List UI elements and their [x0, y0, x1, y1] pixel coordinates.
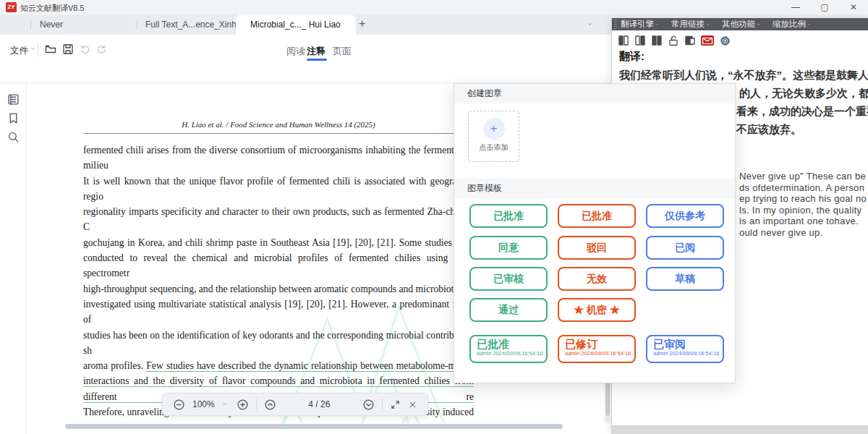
zoom-level-chevron-icon[interactable] [222, 401, 229, 408]
stamp-template[interactable]: 同意 [469, 236, 548, 260]
bookmarks-icon[interactable] [7, 112, 20, 124]
minimize-button[interactable]: — [785, 0, 807, 14]
unlock-icon[interactable] [668, 35, 679, 46]
next-page-icon[interactable] [362, 399, 375, 411]
chevron-down-icon [655, 22, 661, 27]
source-line: ls. In my opinion, the quality [739, 205, 861, 216]
source-line: ep trying to reach his goal no [739, 193, 867, 204]
layout-double-icon[interactable] [634, 35, 646, 46]
left-sidebar [0, 83, 27, 434]
toolbar-separator [38, 44, 38, 57]
tab-read[interactable]: 阅读 [286, 45, 305, 58]
tab-page[interactable]: 页面 [333, 45, 352, 58]
chevron-down-icon [807, 22, 813, 27]
translation-line: 看来，成功的决心是一个重要 [736, 105, 868, 119]
tab-never[interactable]: Never [40, 14, 63, 35]
stamp-template-signed[interactable]: 已审阅admin 2024/09/09,16:54:16 [646, 335, 724, 363]
document-line: It is well known that the unique flavor … [83, 174, 474, 205]
tab-list-chevron-icon[interactable] [587, 21, 595, 28]
document-line: gochujang in Korea, and chili shrimp pas… [83, 235, 474, 250]
open-file-icon[interactable] [45, 43, 59, 58]
document-line: studies has been on the identification o… [83, 328, 474, 359]
stamp-template-signed[interactable]: 已修订admin 2024/09/09,16:54:16 [558, 335, 636, 363]
zoom-level[interactable]: 100% [192, 399, 215, 409]
new-tab-button[interactable]: + [359, 17, 365, 30]
previous-page-icon[interactable] [264, 399, 276, 411]
translation-icon-row [618, 33, 731, 48]
source-line: is an important one tohave. [739, 216, 859, 226]
maximize-button[interactable]: ▢ [814, 0, 835, 14]
stamp-template[interactable]: 已批准 [558, 204, 636, 228]
add-stamp-label: 点击添加 [469, 142, 519, 153]
document-line: conducted to reveal the chemical and mic… [83, 250, 474, 281]
stamp-template-signed[interactable]: 已批准admin 2024/09/09,16:54:16 [469, 335, 548, 363]
translation-label: 翻译: [619, 50, 644, 64]
drag-grip[interactable] [614, 20, 617, 29]
settings-gear-icon[interactable] [719, 35, 731, 47]
stamp-template[interactable]: ★ 机密 ★ [558, 298, 636, 322]
translation-line: 的人，无论失败多少次，都会 [739, 87, 868, 101]
document-line: regionality imparts specificity and char… [83, 204, 474, 235]
fullscreen-icon[interactable] [390, 399, 401, 410]
save-icon[interactable] [62, 43, 77, 58]
layout-single-icon[interactable] [618, 35, 629, 46]
translation-line: 不应该放弃。 [736, 123, 801, 137]
create-stamp-title: 创建图章 [454, 84, 735, 103]
chevron-down-icon [706, 22, 712, 27]
zoom-in-icon[interactable] [237, 399, 249, 411]
menu-缩放比例[interactable]: 缩放比例 [773, 19, 813, 30]
zoom-out-icon[interactable] [173, 399, 185, 411]
search-icon[interactable] [7, 131, 20, 143]
source-line: ds ofdetermination. A person [739, 182, 864, 193]
close-button[interactable]: ✕ [843, 0, 864, 14]
menu-其他功能[interactable]: 其他功能 [722, 19, 762, 30]
app-logo: ZY [6, 2, 17, 12]
mail-icon[interactable] [701, 35, 714, 46]
layout-continuous-icon[interactable] [651, 35, 663, 46]
translation-window-footer [612, 425, 868, 434]
header-rule [83, 133, 477, 134]
menu-翻译引擎[interactable]: 翻译引擎 [621, 19, 661, 30]
undo-icon[interactable] [80, 43, 94, 58]
translation-menubar: 翻译引擎常用链接其他功能缩放比例 [612, 18, 868, 30]
stamp-templates-title: 图章模板 [454, 179, 735, 198]
tab-separator [137, 20, 137, 30]
thumbnails-icon[interactable] [7, 93, 20, 106]
zoom-toolbar: 100% 4 / 26 [162, 393, 428, 416]
source-line: Never give up" These can be [739, 171, 866, 182]
stamp-template[interactable]: 无效 [558, 267, 636, 291]
stamp-panel: 创建图章 + 点击添加 图章模板 已批准已批准仅供参考同意驳回已阅已审核无效草稿… [454, 83, 736, 383]
stamp-template[interactable]: 驳回 [558, 236, 636, 260]
close-pill-icon[interactable] [408, 400, 417, 409]
stamp-template[interactable]: 已阅 [646, 236, 724, 260]
stamp-template[interactable]: 仅供参考 [646, 204, 724, 228]
pill-separator [256, 399, 257, 410]
horizontal-scrollbar[interactable] [65, 424, 563, 429]
split-view-icon[interactable] [684, 35, 696, 46]
chevron-down-icon [757, 22, 762, 27]
pill-separator [382, 399, 383, 410]
title-bar: ZY 知云文献翻译V8.5 — ▢ ✕ [0, 0, 868, 14]
active-tab-underline [307, 59, 327, 61]
stamp-template[interactable]: 已审核 [469, 267, 548, 291]
stamp-template[interactable]: 通过 [469, 298, 548, 322]
tab-fulltext[interactable]: Full Text_A...ence_Xinhua [145, 14, 246, 35]
document-line: fermented chili arises from the diverse … [83, 142, 474, 174]
stamp-template[interactable]: 草稿 [646, 267, 724, 291]
file-menu[interactable]: 文件 [10, 45, 38, 57]
menu-常用链接[interactable]: 常用链接 [671, 19, 712, 30]
document-line: investigated using multivariate statisti… [83, 297, 474, 328]
tab-separator [30, 20, 31, 30]
app-title: 知云文献翻译V8.5 [20, 3, 85, 14]
add-stamp-button[interactable]: + 点击添加 [468, 111, 519, 162]
document-line: aroma profiles. Few studies have describ… [83, 358, 474, 373]
source-line: ould never give up. [739, 227, 823, 238]
document-line: high-throughput sequencing, and the rela… [83, 281, 474, 297]
tab-annotate[interactable]: 注释 [307, 45, 326, 58]
stamp-template[interactable]: 已批准 [469, 204, 548, 228]
document-header: H. Liao et al. / Food Science and Human … [83, 120, 474, 129]
translation-line: 我们经常听到人们说，“永不放弃”。这些都是鼓舞人心的话 [619, 69, 868, 82]
page-indicator: 4 / 26 [308, 399, 330, 409]
tab-microbial-active[interactable]: Microbial_c..._ Hui Liao *✕ [236, 14, 356, 35]
redo-icon[interactable] [95, 43, 110, 58]
